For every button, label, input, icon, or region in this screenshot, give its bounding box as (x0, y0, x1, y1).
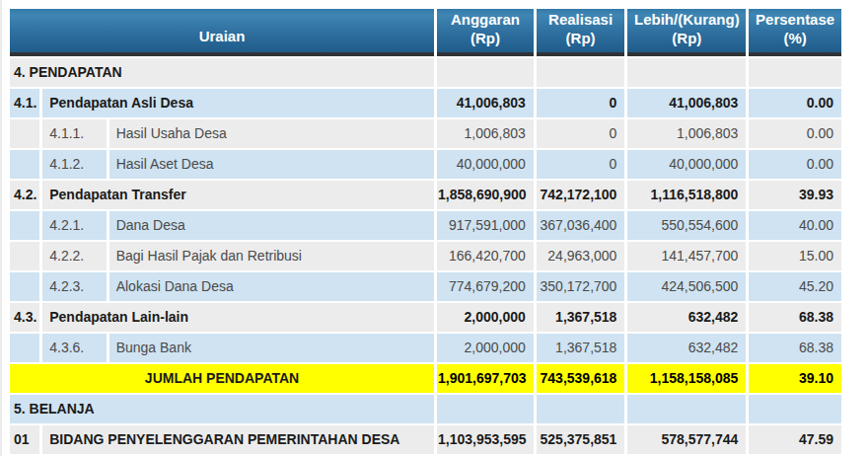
column-header-realisasi-line2: (Rp) (541, 30, 621, 48)
cell-persentase: 47.59 (749, 425, 841, 454)
cell-lebih-kurang: 632,482 (627, 334, 746, 362)
cell-realisasi: 24,963,000 (537, 242, 625, 270)
cell-description: Pendapatan Asli Desa (42, 89, 434, 117)
cell-lebih-kurang: 550,554,600 (627, 211, 746, 240)
cell-code-spacer (10, 119, 39, 148)
table-row: 4.1.Pendapatan Asli Desa41,006,803041,00… (10, 89, 841, 117)
cell-anggaran: 917,591,000 (437, 211, 534, 240)
cell-code: 4.2.3. (42, 272, 106, 301)
cell-lebih-kurang: 1,116,518,800 (627, 181, 746, 209)
column-header-lebih-kurang-line2: (Rp) (631, 30, 742, 48)
cell-anggaran: 1,901,697,703 (437, 364, 534, 393)
report-page: Uraian Anggaran (Rp) Realisasi (Rp) Lebi… (0, 0, 868, 456)
column-header-realisasi-line1: Realisasi (541, 11, 621, 30)
cell-code-spacer (10, 334, 39, 362)
column-header-anggaran-line1: Anggaran (441, 11, 530, 30)
cell-description: Dana Desa (109, 211, 434, 240)
cell-realisasi (537, 58, 625, 87)
cell-code: 4.2.1. (42, 211, 106, 240)
cell-persentase: 40.00 (749, 211, 841, 240)
cell-anggaran (437, 395, 534, 423)
column-header-realisasi: Realisasi (Rp) (537, 9, 625, 56)
cell-lebih-kurang: 632,482 (627, 303, 746, 332)
cell-anggaran: 1,103,953,595 (437, 425, 534, 454)
column-header-uraian: Uraian (10, 9, 434, 56)
table-row: 4.1.1.Hasil Usaha Desa1,006,80301,006,80… (10, 119, 841, 148)
cell-lebih-kurang: 41,006,803 (627, 89, 746, 117)
cell-anggaran: 1,006,803 (437, 119, 534, 148)
column-header-uraian-label: Uraian (199, 28, 246, 44)
column-header-anggaran-line2: (Rp) (441, 30, 530, 48)
budget-realization-table: Uraian Anggaran (Rp) Realisasi (Rp) Lebi… (7, 7, 844, 456)
cell-anggaran: 1,858,690,900 (437, 181, 534, 209)
cell-realisasi: 0 (537, 89, 625, 117)
table-row: 4.2.3.Alokasi Dana Desa774,679,200350,17… (10, 272, 841, 301)
cell-persentase: 0.00 (749, 89, 841, 117)
column-header-persentase: Persentase (%) (749, 9, 841, 56)
cell-realisasi: 1,367,518 (537, 303, 625, 332)
cell-anggaran: 41,006,803 (437, 89, 534, 117)
cell-lebih-kurang: 141,457,700 (627, 242, 746, 270)
header-row: Uraian Anggaran (Rp) Realisasi (Rp) Lebi… (10, 9, 841, 56)
cell-code: 4.1. (10, 89, 39, 117)
cell-description: Hasil Aset Desa (109, 150, 434, 179)
table-row: JUMLAH PENDAPATAN1,901,697,703743,539,61… (10, 364, 841, 393)
cell-code: 4.1.1. (42, 119, 106, 148)
cell-anggaran: 2,000,000 (437, 334, 534, 362)
cell-persentase (749, 58, 841, 87)
table-row: 5. BELANJA (10, 395, 841, 423)
cell-persentase: 45.20 (749, 272, 841, 301)
table-row: 4. PENDAPATAN (10, 58, 841, 87)
cell-lebih-kurang (627, 58, 746, 87)
table-row: 4.3.Pendapatan Lain-lain2,000,0001,367,5… (10, 303, 841, 332)
cell-code: 4.3. (10, 303, 39, 332)
cell-lebih-kurang: 424,506,500 (627, 272, 746, 301)
cell-anggaran (437, 58, 534, 87)
cell-persentase: 39.93 (749, 181, 841, 209)
cell-code: 4.3.6. (42, 334, 106, 362)
cell-description: Pendapatan Transfer (42, 181, 434, 209)
cell-section-label: 5. BELANJA (10, 395, 434, 423)
cell-persentase: 15.00 (749, 242, 841, 270)
cell-realisasi: 742,172,100 (537, 181, 625, 209)
cell-anggaran: 2,000,000 (437, 303, 534, 332)
cell-code-spacer (10, 211, 39, 240)
cell-realisasi (537, 395, 625, 423)
cell-realisasi: 0 (537, 150, 625, 179)
cell-persentase: 68.38 (749, 334, 841, 362)
table-row: 4.1.2.Hasil Aset Desa40,000,000040,000,0… (10, 150, 841, 179)
cell-code-spacer (10, 150, 39, 179)
cell-realisasi: 0 (537, 119, 625, 148)
cell-description: Pendapatan Lain-lain (42, 303, 434, 332)
cell-description: Bagi Hasil Pajak dan Retribusi (109, 242, 434, 270)
cell-section-label: 4. PENDAPATAN (10, 58, 434, 87)
cell-description: Hasil Usaha Desa (109, 119, 434, 148)
table-row: 4.2.1.Dana Desa917,591,000367,036,400550… (10, 211, 841, 240)
table-row: 01BIDANG PENYELENGGARAN PEMERINTAHAN DES… (10, 425, 841, 454)
cell-realisasi: 350,172,700 (537, 272, 625, 301)
cell-code: 4.2. (10, 181, 39, 209)
table-row: 4.2.Pendapatan Transfer1,858,690,900742,… (10, 181, 841, 209)
cell-code: 4.1.2. (42, 150, 106, 179)
cell-code-spacer (10, 272, 39, 301)
cell-lebih-kurang: 1,006,803 (627, 119, 746, 148)
cell-description: Alokasi Dana Desa (109, 272, 434, 301)
column-header-persentase-line1: Persentase (753, 11, 837, 30)
cell-persentase (749, 395, 841, 423)
table-header: Uraian Anggaran (Rp) Realisasi (Rp) Lebi… (10, 9, 841, 56)
cell-realisasi: 743,539,618 (537, 364, 625, 393)
column-header-lebih-kurang: Lebih/(Kurang) (Rp) (627, 9, 746, 56)
cell-persentase: 0.00 (749, 119, 841, 148)
cell-persentase: 0.00 (749, 150, 841, 179)
column-header-anggaran: Anggaran (Rp) (437, 9, 534, 56)
cell-realisasi: 367,036,400 (537, 211, 625, 240)
cell-lebih-kurang: 1,158,158,085 (627, 364, 746, 393)
cell-lebih-kurang: 578,577,744 (627, 425, 746, 454)
table-row: 4.3.6.Bunga Bank2,000,0001,367,518632,48… (10, 334, 841, 362)
table-row: 4.2.2.Bagi Hasil Pajak dan Retribusi166,… (10, 242, 841, 270)
cell-realisasi: 1,367,518 (537, 334, 625, 362)
cell-description: Bunga Bank (109, 334, 434, 362)
cell-persentase: 39.10 (749, 364, 841, 393)
cell-code: 01 (10, 425, 39, 454)
cell-realisasi: 525,375,851 (537, 425, 625, 454)
